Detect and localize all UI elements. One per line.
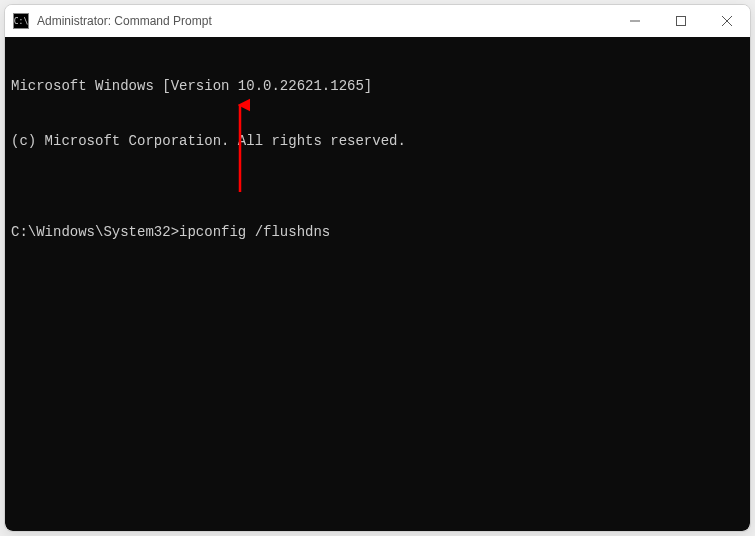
window-controls bbox=[612, 5, 750, 37]
app-icon-label: C:\ bbox=[14, 17, 28, 26]
copyright-line: (c) Microsoft Corporation. All rights re… bbox=[11, 132, 744, 150]
svg-rect-1 bbox=[677, 17, 686, 26]
prompt-path: C:\Windows\System32> bbox=[11, 223, 179, 241]
close-icon bbox=[722, 16, 732, 26]
window-titlebar[interactable]: C:\ Administrator: Command Prompt bbox=[5, 5, 750, 37]
command-input[interactable]: ipconfig /flushdns bbox=[179, 223, 330, 241]
minimize-button[interactable] bbox=[612, 5, 658, 37]
prompt-line: C:\Windows\System32>ipconfig /flushdns bbox=[11, 223, 744, 241]
maximize-button[interactable] bbox=[658, 5, 704, 37]
app-icon: C:\ bbox=[13, 13, 29, 29]
terminal-area[interactable]: Microsoft Windows [Version 10.0.22621.12… bbox=[5, 37, 750, 531]
version-line: Microsoft Windows [Version 10.0.22621.12… bbox=[11, 77, 744, 95]
maximize-icon bbox=[676, 16, 686, 26]
command-prompt-window: C:\ Administrator: Command Prompt bbox=[4, 4, 751, 532]
close-button[interactable] bbox=[704, 5, 750, 37]
window-title: Administrator: Command Prompt bbox=[37, 14, 212, 28]
minimize-icon bbox=[630, 16, 640, 26]
